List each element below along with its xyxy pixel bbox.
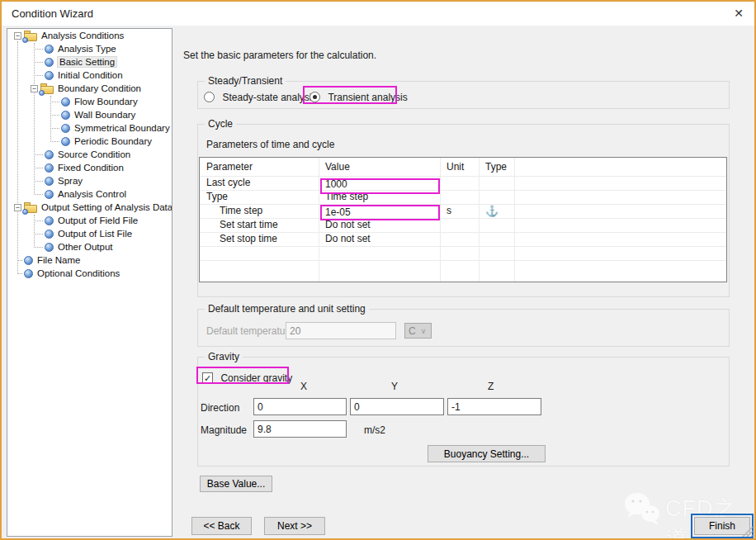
default-temperature-input[interactable]	[286, 322, 396, 339]
node-icon	[45, 230, 54, 239]
tree-item-label: Flow Boundary	[74, 97, 138, 107]
magnitude-input[interactable]	[253, 420, 347, 438]
param-last-cycle: Last cycle	[200, 176, 319, 190]
tree-item-flow-boundary[interactable]: Flow Boundary	[7, 95, 172, 108]
collapse-icon[interactable]: −	[14, 32, 21, 40]
collapse-icon[interactable]: −	[31, 85, 38, 92]
tree-item-periodic-boundary[interactable]: Periodic Boundary	[7, 135, 172, 148]
direction-label: Direction	[201, 402, 239, 414]
next-button[interactable]: Next >>	[264, 517, 325, 535]
buoyancy-setting-button[interactable]: Buoyancy Setting...	[428, 445, 546, 462]
tree-item-label: Optional Conditions	[37, 268, 120, 278]
tree-item-label: Output of List File	[58, 229, 132, 239]
direction-y-input[interactable]	[350, 398, 444, 415]
folder-icon	[24, 31, 38, 41]
temperature-unit-dropdown[interactable]: C ∨	[404, 323, 432, 339]
node-icon	[61, 111, 70, 120]
default-temperature-label: Default temperature	[206, 325, 294, 337]
cycle-parameter-table: Parameter Value Unit Type Last cycle 100…	[199, 157, 727, 282]
direction-x-input[interactable]	[253, 398, 347, 415]
node-icon	[61, 124, 70, 133]
folder-icon	[24, 202, 38, 213]
back-button[interactable]: << Back	[191, 517, 252, 535]
param-time-step: Time step	[200, 204, 319, 218]
node-icon	[24, 256, 33, 265]
value-type[interactable]: Time step	[319, 190, 440, 204]
tree-item-label: Spray	[58, 176, 83, 186]
param-type: Type	[200, 190, 319, 204]
base-value-button[interactable]: Base Value...	[200, 476, 272, 492]
unit-value: C	[409, 325, 416, 337]
node-icon	[45, 58, 54, 67]
tree-item-wall-boundary[interactable]: Wall Boundary	[7, 108, 172, 121]
tree-item-optional-conditions[interactable]: Optional Conditions	[7, 267, 172, 280]
tree-item-analysis-type[interactable]: Analysis Type	[7, 42, 172, 55]
axis-header-x: X	[300, 381, 307, 392]
tree-item-file-name[interactable]: File Name	[7, 253, 172, 267]
column-header-type: Type	[479, 158, 514, 176]
consider-gravity-checkbox[interactable]: ✓ Consider gravity	[202, 370, 292, 385]
tree-item-label: Analysis Control	[58, 189, 126, 199]
node-icon	[45, 243, 54, 252]
tree-item-label: Fixed Condition	[58, 163, 124, 173]
tree-item-other-output[interactable]: Other Output	[7, 240, 172, 253]
magnitude-unit: m/s2	[364, 424, 385, 436]
tree-item-label: Wall Boundary	[74, 110, 135, 120]
param-set-start-time: Set start time	[200, 218, 319, 232]
node-icon	[45, 190, 54, 199]
resize-grip[interactable]	[741, 525, 753, 537]
steady-state-radio[interactable]: Steady-state analysis	[204, 89, 317, 104]
watermark-logo	[619, 490, 665, 528]
tree-item-initial-condition[interactable]: Initial Condition	[7, 69, 172, 82]
column-header-value: Value	[319, 158, 440, 176]
title-bar: Condition Wizard ✕	[2, 2, 754, 26]
node-icon	[61, 97, 70, 107]
cycle-subtitle: Parameters of time and cycle	[206, 139, 334, 150]
value-set-start-time[interactable]: Do not set	[319, 218, 440, 232]
tree-item-output-list-file[interactable]: Output of List File	[7, 227, 172, 240]
checkbox-label: Consider gravity	[220, 372, 292, 384]
node-icon	[45, 216, 54, 225]
tree-item-symmetrical-boundary[interactable]: Symmetrical Boundary	[7, 121, 172, 135]
tree-item-output-setting[interactable]: − Output Setting of Analysis Data	[7, 201, 172, 214]
node-icon	[45, 163, 54, 173]
close-icon[interactable]: ✕	[730, 5, 748, 21]
axis-header-z: Z	[488, 381, 494, 392]
unit-time-step: s	[440, 204, 479, 218]
checkbox-icon[interactable]: ✓	[202, 372, 213, 383]
tree-item-analysis-control[interactable]: Analysis Control	[7, 187, 172, 201]
folder-icon	[40, 83, 54, 94]
node-icon	[45, 177, 54, 186]
window-title: Condition Wizard	[12, 7, 93, 20]
anchor-icon[interactable]: ⚓	[485, 205, 498, 217]
tree-item-spray[interactable]: Spray	[7, 174, 172, 187]
tree-item-label: Boundary Condition	[58, 83, 141, 93]
group-label: Steady/Transient	[205, 75, 286, 87]
radio-icon[interactable]	[204, 92, 215, 102]
tree-item-label: File Name	[37, 255, 80, 265]
tree-item-label: Output of Field File	[58, 216, 138, 225]
value-set-stop-time[interactable]: Do not set	[319, 232, 440, 246]
group-label: Cycle	[205, 118, 236, 130]
axis-header-y: Y	[391, 381, 398, 392]
param-set-stop-time: Set stop time	[200, 232, 319, 246]
tree-item-boundary-condition[interactable]: − Boundary Condition	[7, 82, 172, 95]
tree-item-label: Symmetrical Boundary	[74, 123, 170, 133]
tree-item-basic-setting[interactable]: Basic Setting	[7, 55, 172, 69]
collapse-icon[interactable]: −	[14, 204, 21, 211]
tree-item-label: Analysis Type	[58, 44, 116, 54]
direction-z-input[interactable]	[447, 398, 541, 415]
node-icon	[61, 137, 70, 146]
transient-radio[interactable]: Transient analysis	[309, 89, 408, 104]
radio-label: Steady-state analysis	[222, 92, 316, 103]
group-label: Gravity	[205, 351, 243, 362]
condition-tree: − Analysis Conditions Analysis Type Basi…	[7, 28, 172, 537]
tree-item-fixed-condition[interactable]: Fixed Condition	[7, 161, 172, 174]
page-description: Set the basic parameters for the calcula…	[183, 50, 376, 61]
group-label: Default temperature and unit setting	[205, 303, 369, 315]
node-icon	[45, 45, 54, 54]
tree-item-output-field-file[interactable]: Output of Field File	[7, 214, 172, 227]
tree-item-source-condition[interactable]: Source Condition	[7, 148, 172, 161]
radio-icon-selected[interactable]	[309, 92, 320, 102]
tree-item-analysis-conditions[interactable]: − Analysis Conditions	[7, 29, 172, 42]
